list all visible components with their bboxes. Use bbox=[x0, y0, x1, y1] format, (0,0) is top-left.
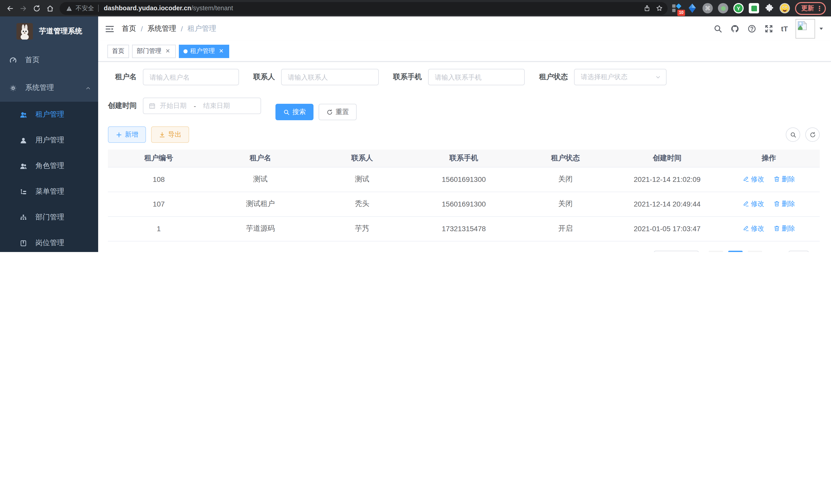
trash-icon bbox=[773, 225, 780, 232]
start-date-placeholder: 开始日期 bbox=[160, 101, 187, 111]
refresh-icon bbox=[809, 131, 816, 138]
avatar[interactable] bbox=[796, 19, 815, 38]
browser-menu-icon[interactable]: ⋮ bbox=[816, 4, 823, 12]
extension-green-dot-icon[interactable] bbox=[718, 3, 728, 13]
browser-back-icon[interactable] bbox=[3, 2, 17, 15]
reset-button[interactable]: 重置 bbox=[319, 104, 357, 120]
search-icon[interactable] bbox=[713, 24, 722, 33]
next-page-button[interactable] bbox=[748, 250, 762, 252]
browser-reload-icon[interactable] bbox=[30, 2, 43, 15]
end-date-placeholder: 结束日期 bbox=[203, 101, 230, 111]
org-chart-icon bbox=[20, 213, 27, 221]
col-mobile: 联系手机 bbox=[413, 149, 515, 167]
col-actions: 操作 bbox=[718, 149, 820, 167]
sidebar-collapse-icon[interactable] bbox=[105, 24, 115, 34]
cell-status: 关闭 bbox=[515, 191, 617, 216]
chevron-up-icon bbox=[85, 85, 91, 91]
breadcrumb-system[interactable]: 系统管理 bbox=[147, 24, 176, 33]
cell-mobile: 15601691300 bbox=[413, 167, 515, 191]
url-path: /system/tenant bbox=[191, 5, 233, 12]
github-icon[interactable] bbox=[730, 24, 740, 33]
tab-home[interactable]: 首页 bbox=[107, 45, 129, 58]
extension-grid-tag-icon[interactable]: 10 bbox=[672, 3, 682, 13]
export-button[interactable]: 导出 bbox=[151, 126, 189, 143]
table-row: 107 测试租户 秃头 15601691300 关闭 2021-12-14 20… bbox=[108, 191, 820, 216]
font-size-icon[interactable]: tT bbox=[781, 25, 788, 32]
status-select[interactable]: 请选择租户状态 bbox=[574, 69, 666, 85]
cell-created: 2021-12-14 21:02:09 bbox=[616, 167, 718, 191]
sidebar: 芋道管理系统 首页 系统管理 租户管理 bbox=[0, 17, 98, 252]
col-created: 创建时间 bbox=[616, 149, 718, 167]
prev-page-button[interactable] bbox=[709, 250, 723, 252]
bookmark-star-icon[interactable] bbox=[653, 2, 665, 14]
create-time-range-picker[interactable]: 开始日期 - 结束日期 bbox=[143, 98, 261, 114]
sidebar-item-post-management[interactable]: 岗位管理 bbox=[0, 230, 98, 252]
broken-image-icon bbox=[797, 21, 807, 31]
browser-update-button[interactable]: 更新 ⋮ bbox=[795, 2, 826, 14]
update-label: 更新 bbox=[801, 4, 814, 12]
sidebar-item-system-management[interactable]: 系统管理 bbox=[0, 74, 98, 102]
cell-mobile: 17321315478 bbox=[413, 216, 515, 241]
avatar-caret-down-icon[interactable] bbox=[819, 26, 824, 31]
browser-home-icon[interactable] bbox=[43, 2, 57, 15]
browser-forward-icon[interactable] bbox=[17, 2, 30, 15]
add-button[interactable]: 新增 bbox=[108, 126, 146, 143]
goto-page-input[interactable] bbox=[789, 250, 809, 252]
toggle-search-button[interactable] bbox=[786, 127, 800, 142]
close-icon[interactable]: ✕ bbox=[165, 48, 171, 55]
sidebar-item-home[interactable]: 首页 bbox=[0, 46, 98, 74]
download-icon bbox=[159, 131, 166, 138]
filter-status: 租户状态 请选择租户状态 bbox=[539, 69, 666, 85]
fullscreen-icon[interactable] bbox=[764, 24, 773, 33]
profile-emoji-avatar[interactable] bbox=[780, 3, 790, 13]
search-button[interactable]: 搜索 bbox=[276, 104, 314, 120]
cell-tenant-id: 107 bbox=[108, 191, 210, 216]
refresh-table-button[interactable] bbox=[805, 127, 820, 142]
cell-tenant-name: 测试租户 bbox=[210, 191, 311, 216]
cell-status: 开启 bbox=[515, 216, 617, 241]
edit-link[interactable]: 修改 bbox=[743, 199, 764, 209]
sidebar-item-user-management[interactable]: 用户管理 bbox=[0, 127, 98, 153]
page-size-select[interactable]: 10条/页 bbox=[654, 250, 699, 252]
contact-input[interactable] bbox=[281, 69, 379, 85]
sidebar-item-role-management[interactable]: 角色管理 bbox=[0, 153, 98, 179]
help-icon[interactable] bbox=[747, 24, 756, 33]
chevron-down-icon bbox=[655, 74, 661, 80]
close-icon[interactable]: ✕ bbox=[218, 48, 225, 55]
delete-link[interactable]: 删除 bbox=[773, 175, 795, 184]
extension-kite-icon[interactable] bbox=[687, 3, 697, 13]
trash-icon bbox=[773, 176, 780, 183]
page-number-1[interactable]: 1 bbox=[728, 250, 743, 252]
extensions-puzzle-icon[interactable] bbox=[764, 3, 774, 13]
delete-link[interactable]: 删除 bbox=[773, 199, 795, 209]
cell-tenant-id: 1 bbox=[108, 216, 210, 241]
tab-tenant-management[interactable]: 租户管理 ✕ bbox=[179, 45, 229, 58]
extension-y-icon[interactable]: Y bbox=[733, 3, 744, 13]
tab-dept-management[interactable]: 部门管理 ✕ bbox=[132, 45, 176, 58]
breadcrumb-home[interactable]: 首页 bbox=[122, 24, 136, 33]
edit-link[interactable]: 修改 bbox=[743, 175, 764, 184]
create-time-label: 创建时间 bbox=[108, 101, 143, 111]
delete-link[interactable]: 删除 bbox=[773, 224, 795, 233]
header-actions: tT bbox=[706, 19, 824, 38]
extension-command-icon[interactable]: ⌘ bbox=[703, 3, 713, 13]
cell-actions: 修改 删除 bbox=[718, 191, 820, 216]
extension-chat-icon[interactable] bbox=[749, 3, 759, 13]
status-label: 租户状态 bbox=[539, 72, 574, 82]
edit-link[interactable]: 修改 bbox=[743, 224, 764, 233]
browser-toolbar: 不安全 dashboard.yudao.iocoder.cn /system/t… bbox=[0, 0, 831, 17]
tenant-table: 租户编号 租户名 联系人 联系手机 租户状态 创建时间 操作 108 测试 bbox=[108, 149, 820, 241]
cell-tenant-name: 芋道源码 bbox=[210, 216, 311, 241]
tenant-name-input[interactable] bbox=[143, 69, 239, 85]
sidebar-item-menu-management[interactable]: 菜单管理 bbox=[0, 179, 98, 205]
extension-badge: 10 bbox=[677, 10, 685, 16]
tree-list-icon bbox=[20, 188, 27, 196]
filter-tenant-name: 租户名 bbox=[108, 69, 239, 85]
mobile-label: 联系手机 bbox=[393, 72, 428, 82]
sidebar-item-tenant-management[interactable]: 租户管理 bbox=[0, 102, 98, 127]
mobile-input[interactable] bbox=[428, 69, 525, 85]
share-icon[interactable] bbox=[641, 2, 653, 14]
address-bar[interactable]: 不安全 dashboard.yudao.iocoder.cn /system/t… bbox=[60, 2, 667, 14]
sidebar-item-dept-management[interactable]: 部门管理 bbox=[0, 205, 98, 230]
tenant-name-label: 租户名 bbox=[108, 72, 143, 82]
